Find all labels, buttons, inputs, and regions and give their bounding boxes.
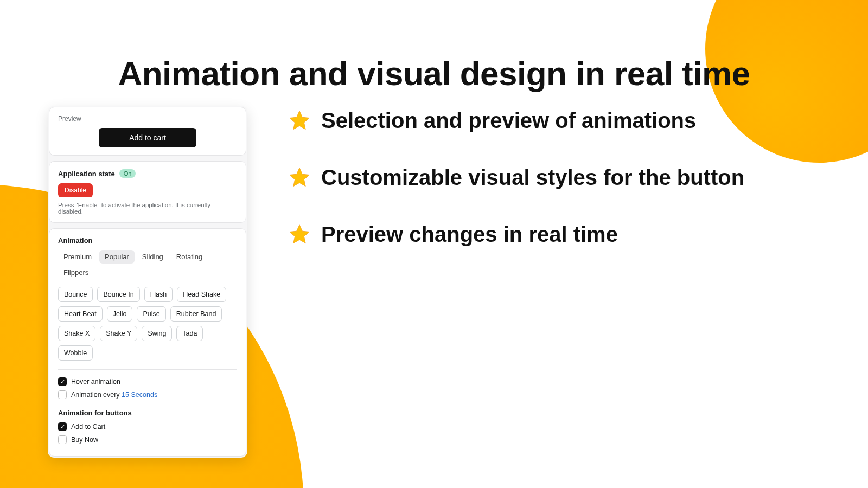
settings-panel: Preview Add to cart Application state On… <box>48 106 247 458</box>
tab-premium[interactable]: Premium <box>58 250 97 264</box>
animation-card: Animation PremiumPopularSlidingRotatingF… <box>49 228 246 457</box>
animation-chips: BounceBounce InFlashHead ShakeHeart Beat… <box>58 287 237 361</box>
preview-card: Preview Add to cart <box>49 107 246 156</box>
hover-animation-label: Hover animation <box>71 378 120 386</box>
app-state-title: Application state <box>58 170 115 178</box>
page-headline: Animation and visual design in real time <box>0 54 868 93</box>
chip-swing[interactable]: Swing <box>142 326 172 341</box>
bullet-text: Selection and preview of animations <box>321 108 696 133</box>
chip-shake-y[interactable]: Shake Y <box>100 326 137 341</box>
chip-shake-x[interactable]: Shake X <box>58 326 95 341</box>
chip-wobble[interactable]: Wobble <box>58 345 93 361</box>
hover-animation-row[interactable]: Hover animation <box>58 377 237 386</box>
chip-head-shake[interactable]: Head Shake <box>177 287 226 302</box>
disable-button[interactable]: Disable <box>58 183 93 197</box>
button-option-row[interactable]: Buy Now <box>58 435 237 444</box>
chip-tada[interactable]: Tada <box>176 326 203 341</box>
chip-pulse[interactable]: Pulse <box>137 306 165 322</box>
animation-tabs: PremiumPopularSlidingRotatingFlippers <box>58 250 237 279</box>
chip-heart-beat[interactable]: Heart Beat <box>58 306 103 322</box>
chip-bounce[interactable]: Bounce <box>58 287 93 302</box>
add-to-cart-button[interactable]: Add to cart <box>99 128 196 147</box>
animation-every-label: Animation every 15 Seconds <box>71 391 157 399</box>
feature-bullets: Selection and preview of animations Cust… <box>288 108 744 279</box>
anim-for-buttons-title: Animation for buttons <box>58 409 237 417</box>
app-state-description: Press "Enable" to activate the applicati… <box>58 202 237 215</box>
chip-rubber-band[interactable]: Rubber Band <box>170 306 222 322</box>
status-badge: On <box>119 169 136 178</box>
button-option-checkbox[interactable] <box>58 435 67 444</box>
divider <box>58 369 237 370</box>
chip-bounce-in[interactable]: Bounce In <box>97 287 139 302</box>
bullet-text: Customizable visual styles for the butto… <box>321 165 744 190</box>
bullet-item: Customizable visual styles for the butto… <box>288 165 744 190</box>
star-icon <box>288 166 311 190</box>
button-option-checkbox[interactable] <box>58 422 67 431</box>
chip-jello[interactable]: Jello <box>107 306 133 322</box>
tab-flippers[interactable]: Flippers <box>58 266 94 279</box>
bullet-text: Preview changes in real time <box>321 222 618 247</box>
bullet-item: Preview changes in real time <box>288 222 744 247</box>
app-state-card: Application state On Disable Press "Enab… <box>49 161 246 223</box>
preview-label: Preview <box>58 115 237 123</box>
animation-every-checkbox[interactable] <box>58 390 67 399</box>
button-option-row[interactable]: Add to Cart <box>58 422 237 431</box>
bullet-item: Selection and preview of animations <box>288 108 744 133</box>
interval-link[interactable]: 15 Seconds <box>122 391 157 399</box>
star-icon <box>288 223 311 247</box>
animation-title: Animation <box>58 236 237 245</box>
tab-rotating[interactable]: Rotating <box>171 250 208 264</box>
star-icon <box>288 109 311 133</box>
button-option-label: Buy Now <box>71 436 98 444</box>
chip-flash[interactable]: Flash <box>144 287 173 302</box>
button-option-label: Add to Cart <box>71 423 105 431</box>
tab-popular[interactable]: Popular <box>99 250 135 264</box>
animation-every-row[interactable]: Animation every 15 Seconds <box>58 390 237 399</box>
hover-animation-checkbox[interactable] <box>58 377 67 386</box>
tab-sliding[interactable]: Sliding <box>137 250 169 264</box>
